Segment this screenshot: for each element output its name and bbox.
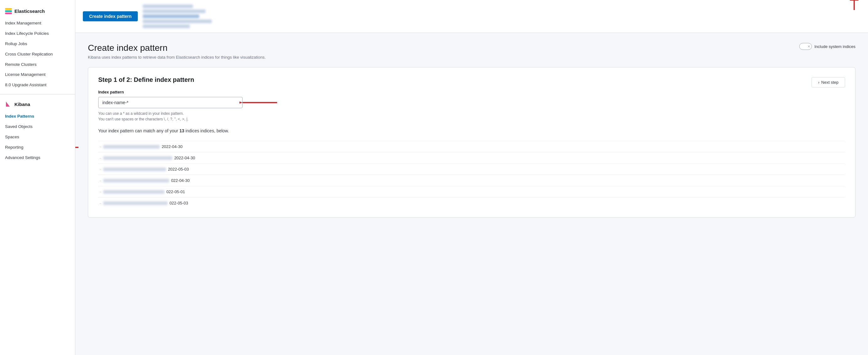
index-date: 022-05-03 <box>169 201 188 205</box>
sidebar-item-saved-objects[interactable]: Saved Objects <box>0 122 75 132</box>
index-name-cell: ·· 022-05-01 <box>99 189 844 194</box>
sidebar-item-index-lifecycle[interactable]: Index Lifecycle Policies <box>0 29 75 39</box>
svg-rect-0 <box>5 8 12 10</box>
table-row: ·· 2022-05-03 <box>98 164 845 175</box>
sidebar-item-index-management[interactable]: Index Management <box>0 18 75 29</box>
next-step-arrow-icon: › <box>818 80 819 85</box>
sidebar-item-reporting[interactable]: Reporting <box>0 142 75 153</box>
blurred-index-name <box>103 145 160 149</box>
step-card: Step 1 of 2: Define index pattern Index … <box>88 67 856 218</box>
table-row: ·· 022-04-30 <box>98 175 845 186</box>
sidebar-item-advanced-settings[interactable]: Advanced Settings <box>0 153 75 163</box>
sidebar-item-index-patterns[interactable]: Index Patterns <box>0 111 75 122</box>
top-bar: Create index pattern <box>75 0 868 33</box>
index-date: 2022-04-30 <box>162 144 183 149</box>
table-row: ·· 022-05-01 <box>98 186 845 198</box>
table-row: ·· 2022-04-30 <box>98 153 845 164</box>
blurred-index-name <box>103 179 169 183</box>
help-text: You can use a * as a wildcard in your in… <box>98 111 811 122</box>
index-list-preview <box>143 4 837 28</box>
index-date: 022-05-01 <box>166 189 185 194</box>
table-row: ·· 2022-04-30 <box>98 141 845 153</box>
include-system-label: Include system indices <box>814 44 856 49</box>
match-count: 13 <box>180 128 185 133</box>
sidebar-divider <box>0 94 75 94</box>
include-system-toggle[interactable]: ✕ <box>799 43 812 50</box>
index-pattern-input[interactable] <box>98 97 243 108</box>
sidebar-item-upgrade[interactable]: 8.0 Upgrade Assistant <box>0 80 75 90</box>
step-title: Step 1 of 2: Define index pattern <box>98 76 845 84</box>
index-name-cell: ·· 2022-04-30 <box>99 144 844 149</box>
blurred-index-5 <box>143 25 190 28</box>
index-table: ·· 2022-04-30 ·· 2022-04-30 <box>98 141 845 208</box>
kibana-section-title: Kibana <box>0 98 75 111</box>
sidebar-item-spaces[interactable]: Spaces <box>0 132 75 142</box>
elasticsearch-logo <box>5 7 12 14</box>
blurred-index-name <box>103 201 167 205</box>
create-index-pattern-button[interactable]: Create index pattern <box>83 11 138 21</box>
sidebar-item-rollup-jobs[interactable]: Rollup Jobs <box>0 39 75 49</box>
sidebar-item-cross-cluster[interactable]: Cross Cluster Replication <box>0 49 75 60</box>
toggle-x-icon: ✕ <box>807 44 810 49</box>
index-date: 2022-05-03 <box>168 167 189 171</box>
page-header: Create index pattern Kibana uses index p… <box>88 43 856 60</box>
index-name-cell: ·· 022-05-03 <box>99 201 844 205</box>
svg-rect-2 <box>5 12 12 14</box>
main-content: Create index pattern Create index <box>75 0 868 355</box>
blurred-index-name <box>103 156 172 160</box>
include-system-toggle-container: ✕ Include system indices <box>799 43 856 50</box>
sidebar-item-license[interactable]: License Management <box>0 70 75 80</box>
index-name-cell: ·· 2022-05-03 <box>99 167 844 171</box>
kibana-logo <box>5 101 12 107</box>
index-date: 2022-04-30 <box>174 156 195 160</box>
index-date: 022-04-30 <box>171 178 190 183</box>
match-text: Your index pattern can match any of your… <box>98 128 811 133</box>
blurred-index-4 <box>143 20 212 23</box>
next-step-button[interactable]: › Next step <box>811 77 845 88</box>
page-subtitle: Kibana uses index patterns to retrieve d… <box>88 55 266 60</box>
svg-rect-1 <box>5 10 12 12</box>
elasticsearch-section-title: Elasticsearch <box>0 5 75 18</box>
blurred-index-3 <box>143 14 199 18</box>
index-name-cell: ·· 022-04-30 <box>99 178 844 183</box>
field-label: Index pattern <box>98 90 811 94</box>
table-row: ·· 022-05-03 <box>98 198 845 209</box>
blurred-index-name <box>103 167 166 171</box>
index-name-cell: ·· 2022-04-30 <box>99 156 844 160</box>
blurred-index-name <box>103 190 164 194</box>
blurred-index-2 <box>143 9 206 13</box>
page-title: Create index pattern <box>88 43 266 53</box>
page-content: Create index pattern Kibana uses index p… <box>75 33 868 355</box>
blurred-index-1 <box>143 4 193 8</box>
sidebar-item-remote-clusters[interactable]: Remote Clusters <box>0 60 75 70</box>
sidebar: Elasticsearch Index Management Index Lif… <box>0 0 75 355</box>
